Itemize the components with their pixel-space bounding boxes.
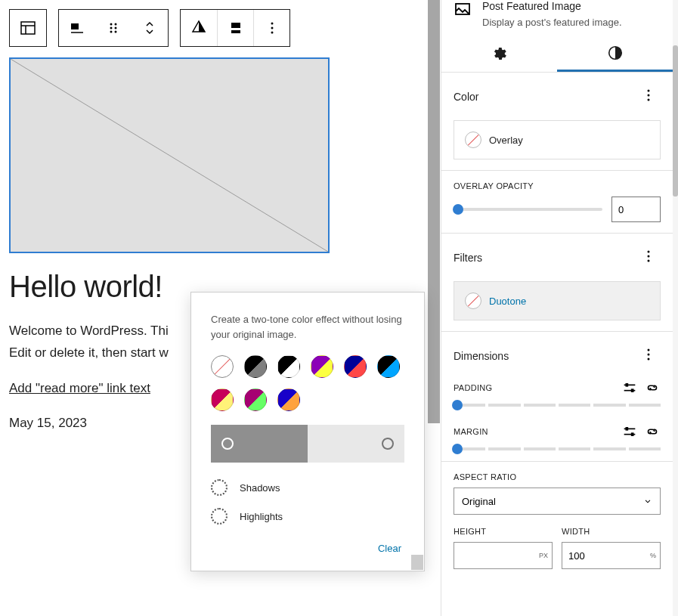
gear-icon xyxy=(491,45,508,62)
padding-slider[interactable] xyxy=(454,404,661,407)
svg-point-15 xyxy=(271,32,273,34)
highlights-label: Highlights xyxy=(240,511,283,522)
link-icon[interactable] xyxy=(644,379,661,396)
duotone-swatch-midnight[interactable] xyxy=(377,355,400,378)
duotone-item[interactable]: Duotone xyxy=(454,281,661,320)
move-updown-button[interactable] xyxy=(132,10,168,46)
panel-color: Color Overlay xyxy=(441,73,673,171)
placeholder-diagonal-icon xyxy=(11,59,328,252)
filters-heading: Filters xyxy=(454,252,482,264)
toolbar-group-format xyxy=(180,9,290,47)
overlay-opacity-slider[interactable] xyxy=(454,208,602,211)
svg-rect-33 xyxy=(626,427,629,431)
width-input[interactable] xyxy=(562,542,661,569)
dotcircle-icon xyxy=(211,508,228,525)
shadows-row[interactable]: Shadows xyxy=(191,473,424,502)
highlights-picker[interactable] xyxy=(308,425,404,463)
sidebar-scrollbar-thumb[interactable] xyxy=(673,45,678,197)
tab-styles[interactable] xyxy=(557,36,673,72)
svg-rect-29 xyxy=(626,383,629,387)
chevron-updown-icon xyxy=(141,19,159,37)
block-title: Post Featured Image xyxy=(482,0,622,12)
layout-icon xyxy=(19,19,37,37)
settings-sliders-icon[interactable] xyxy=(621,423,638,440)
svg-line-16 xyxy=(11,59,328,252)
popover-scrollbar[interactable] xyxy=(411,555,423,570)
inspector-sidebar: Post Featured Image Display a post's fea… xyxy=(441,0,673,616)
svg-point-24 xyxy=(648,260,650,262)
post-content-line2: Edit or delete it, then start w xyxy=(9,345,169,360)
svg-rect-31 xyxy=(631,388,634,392)
overlay-label: Overlay xyxy=(489,135,523,146)
duotone-popover: Create a two-tone color effect without l… xyxy=(190,292,425,571)
padding-label: PADDING xyxy=(454,383,492,392)
height-input[interactable] xyxy=(454,542,553,569)
featured-image-placeholder[interactable] xyxy=(9,57,330,253)
highlights-row[interactable]: Highlights xyxy=(191,502,424,531)
block-card: Post Featured Image Display a post's fea… xyxy=(441,0,673,36)
settings-sliders-icon[interactable] xyxy=(621,379,638,396)
dotcircle-icon xyxy=(211,479,228,496)
aspect-ratio-select[interactable]: Original xyxy=(454,488,661,515)
block-switcher-button[interactable] xyxy=(10,10,46,46)
svg-point-6 xyxy=(115,23,117,26)
duotone-swatch-purple-yellow[interactable] xyxy=(311,355,333,378)
overlay-opacity-input[interactable] xyxy=(611,197,661,222)
replace-button[interactable] xyxy=(217,10,253,46)
svg-point-26 xyxy=(648,354,650,356)
aspect-ratio-label: ASPECT RATIO xyxy=(454,472,661,481)
overlay-swatch-icon xyxy=(465,132,481,148)
shadows-picker[interactable] xyxy=(211,425,308,463)
duotone-swatch-blue-red[interactable] xyxy=(344,355,367,378)
svg-point-21 xyxy=(648,99,650,101)
drag-button[interactable] xyxy=(95,10,132,46)
duotone-swatch-unset[interactable] xyxy=(211,355,234,378)
margin-slider[interactable] xyxy=(454,447,661,450)
block-toolbar xyxy=(9,9,431,47)
slider-thumb[interactable] xyxy=(452,400,463,410)
svg-point-25 xyxy=(648,349,650,351)
contrast-icon xyxy=(190,19,208,37)
svg-rect-35 xyxy=(631,432,634,436)
margin-label: MARGIN xyxy=(454,427,488,436)
align-icon xyxy=(68,19,86,37)
svg-point-23 xyxy=(648,255,650,258)
filters-options-menu[interactable] xyxy=(636,244,661,271)
duotone-swatch-dark-grayscale[interactable] xyxy=(244,355,267,378)
svg-point-13 xyxy=(271,23,273,25)
drag-icon xyxy=(104,19,122,37)
overlay-color-item[interactable]: Overlay xyxy=(454,120,661,159)
align-button[interactable] xyxy=(59,10,95,46)
color-heading: Color xyxy=(454,91,478,103)
duotone-swatch-purple-green[interactable] xyxy=(244,388,267,411)
duotone-swatch-grayscale[interactable] xyxy=(277,355,300,378)
inspector-tabs xyxy=(441,36,673,73)
link-icon[interactable] xyxy=(644,423,661,440)
width-unit[interactable]: % xyxy=(650,552,656,559)
read-more-link[interactable]: Add "read more" link text xyxy=(9,381,150,396)
block-subtitle: Display a post's featured image. xyxy=(482,17,622,28)
tab-settings[interactable] xyxy=(441,36,557,72)
panel-aspect-size: ASPECT RATIO Original HEIGHT PX WIDTH % xyxy=(441,462,673,580)
more-options-button[interactable] xyxy=(253,10,289,46)
canvas-scrollbar[interactable] xyxy=(428,0,440,423)
sidebar-scrollbar-track[interactable] xyxy=(673,0,678,616)
dimensions-options-menu[interactable] xyxy=(636,342,661,369)
color-options-menu[interactable] xyxy=(636,83,661,110)
duotone-swatch-blue-orange[interactable] xyxy=(277,388,300,411)
svg-point-9 xyxy=(110,31,113,33)
height-unit[interactable]: PX xyxy=(539,552,548,559)
styles-icon xyxy=(607,45,624,61)
slider-thumb[interactable] xyxy=(452,444,463,454)
svg-rect-3 xyxy=(71,23,79,29)
duotone-swatch-magenta-yellow[interactable] xyxy=(211,388,234,411)
svg-point-5 xyxy=(110,23,113,26)
popover-description: Create a two-tone color effect without l… xyxy=(191,293,424,355)
duotone-custom-bar xyxy=(211,425,404,463)
overlay-opacity-label: OVERLAY OPACITY xyxy=(454,181,661,190)
duotone-button[interactable] xyxy=(181,10,217,46)
shadows-label: Shadows xyxy=(240,482,280,494)
more-vertical-icon xyxy=(639,345,658,364)
slider-thumb[interactable] xyxy=(453,204,463,215)
clear-button[interactable]: Clear xyxy=(370,538,409,559)
